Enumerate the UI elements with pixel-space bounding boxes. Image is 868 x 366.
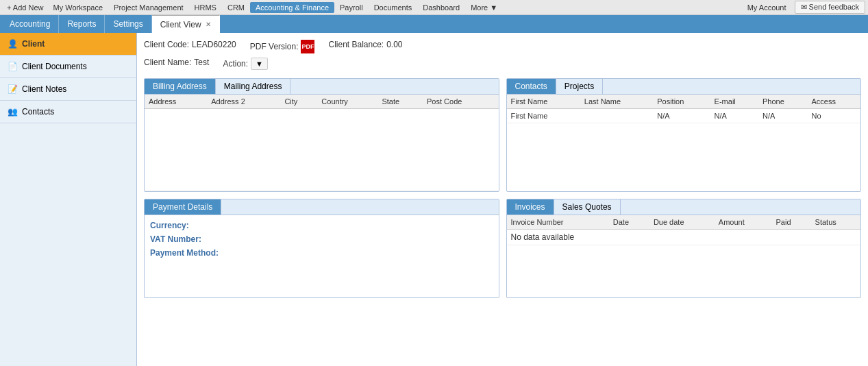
nav-crm[interactable]: CRM [222,2,250,13]
invoices-body: No data available [507,230,861,245]
contacts-body: First Name N/A N/A N/A No [507,109,861,123]
top-nav: + Add New My Workspace Project Managemen… [0,0,868,15]
close-tab-button[interactable]: ✕ [206,21,211,28]
tab-sales-quotes[interactable]: Sales Quotes [554,199,621,215]
contact-last-name [580,109,653,123]
nav-project-management[interactable]: Project Management [108,2,189,13]
no-data-label: No data available [507,230,861,245]
payment-method-field: Payment Method: [150,248,493,258]
col-invoice-number: Invoice Number [507,215,609,230]
client-documents-icon: 📄 [7,61,18,72]
contacts-panel: Contacts Projects First Name Last Name P… [506,78,862,192]
col-position: Position [653,95,710,109]
contact-access: No [808,109,861,123]
contacts-table: First Name Last Name Position E-mail Pho… [507,95,861,123]
tab-projects[interactable]: Projects [556,79,603,94]
action-dropdown[interactable]: ▼ [251,58,268,70]
col-paid: Paid [772,215,811,230]
currency-field: Currency: [150,221,493,230]
col-city: City [280,95,317,109]
col-due-date: Due date [649,215,715,230]
tab-billing-address[interactable]: Billing Address [145,79,216,94]
sidebar: 👤 Client 📄 Client Documents 📝 Client Not… [0,33,137,366]
tab-mailing-address[interactable]: Mailing Address [216,79,291,94]
tab-reports[interactable]: Reports [59,15,105,33]
col-date: Date [609,215,649,230]
client-name-field: Client Name: Test [144,58,209,67]
nav-dashboard[interactable]: Dashboard [417,2,465,13]
action-field: Action: ▼ [223,58,268,70]
contacts-icon: 👥 [7,106,18,117]
top-nav-right: My Account ✉ Send feedback [742,1,865,14]
nav-my-account[interactable]: My Account [742,2,792,13]
client-header: Client Code: LEAD60220 PDF Version: PDF … [144,40,861,53]
sidebar-item-client-documents[interactable]: 📄 Client Documents [0,56,136,78]
invoices-header-row: Invoice Number Date Due date Amount Paid… [507,215,861,230]
contacts-tabs: Contacts Projects [507,79,861,95]
contact-phone: N/A [758,109,807,123]
billing-address-tabs: Billing Address Mailing Address [145,79,499,95]
col-status: Status [811,215,860,230]
pdf-version-field: PDF Version: PDF [250,40,315,53]
invoices-tabs: Invoices Sales Quotes [507,199,861,215]
client-name-row: Client Name: Test Action: ▼ [144,58,861,70]
nav-more[interactable]: More ▼ [465,2,503,13]
main-content: Client Code: LEAD60220 PDF Version: PDF … [137,33,868,366]
tab-bar: Accounting Reports Settings Client View … [0,15,868,33]
client-notes-icon: 📝 [7,84,18,95]
billing-address-header-row: Address Address 2 City Country State Pos… [145,95,499,109]
table-row: First Name N/A N/A N/A No [507,109,861,123]
col-first-name: First Name [507,95,580,109]
nav-my-workspace[interactable]: My Workspace [48,2,109,13]
billing-address-body [145,109,499,191]
nav-accounting-finance[interactable]: Accounting & Finance [250,2,334,13]
contacts-header-row: First Name Last Name Position E-mail Pho… [507,95,861,109]
tab-payment-details[interactable]: Payment Details [145,199,221,215]
nav-documents[interactable]: Documents [369,2,418,13]
send-feedback-button[interactable]: ✉ Send feedback [795,1,865,14]
col-amount: Amount [715,215,772,230]
main-layout: 👤 Client 📄 Client Documents 📝 Client Not… [0,33,868,366]
col-postcode: Post Code [423,95,498,109]
sidebar-item-contacts[interactable]: 👥 Contacts [0,101,136,123]
tab-client-view[interactable]: Client View ✕ [152,15,220,33]
contact-first-name: First Name [507,109,580,123]
add-new-button[interactable]: + Add New [3,2,48,13]
nav-payroll[interactable]: Payroll [334,2,369,13]
sections-grid: Billing Address Mailing Address Address … [144,78,861,298]
col-access: Access [808,95,861,109]
col-address2: Address 2 [207,95,280,109]
col-phone: Phone [758,95,807,109]
client-code-field: Client Code: LEAD60220 [144,40,236,49]
vat-number-field: VAT Number: [150,234,493,244]
tab-contacts[interactable]: Contacts [507,79,556,94]
payment-details-panel: Payment Details Currency: VAT Number: Pa… [144,199,499,298]
contact-position: N/A [653,109,710,123]
billing-address-panel: Billing Address Mailing Address Address … [144,78,499,192]
pdf-icon[interactable]: PDF [301,40,314,53]
col-country: Country [317,95,377,109]
payment-details-tabs: Payment Details [145,199,499,215]
payment-details-content: Currency: VAT Number: Payment Method: [145,215,499,297]
invoices-panel: Invoices Sales Quotes Invoice Number Dat… [506,199,862,298]
contact-email: N/A [710,109,758,123]
billing-address-table: Address Address 2 City Country State Pos… [145,95,499,191]
col-email: E-mail [710,95,758,109]
client-icon: 👤 [7,38,18,49]
col-address: Address [145,95,207,109]
tab-accounting[interactable]: Accounting [1,15,59,33]
sidebar-item-client-notes[interactable]: 📝 Client Notes [0,78,136,101]
nav-hrms[interactable]: HRMS [189,2,222,13]
invoices-table: Invoice Number Date Due date Amount Paid… [507,215,861,245]
client-balance-field: Client Balance: 0.00 [328,40,402,49]
col-state: State [377,95,423,109]
col-last-name: Last Name [580,95,653,109]
tab-settings[interactable]: Settings [105,15,151,33]
sidebar-item-client[interactable]: 👤 Client [0,33,136,56]
tab-invoices[interactable]: Invoices [507,199,554,215]
